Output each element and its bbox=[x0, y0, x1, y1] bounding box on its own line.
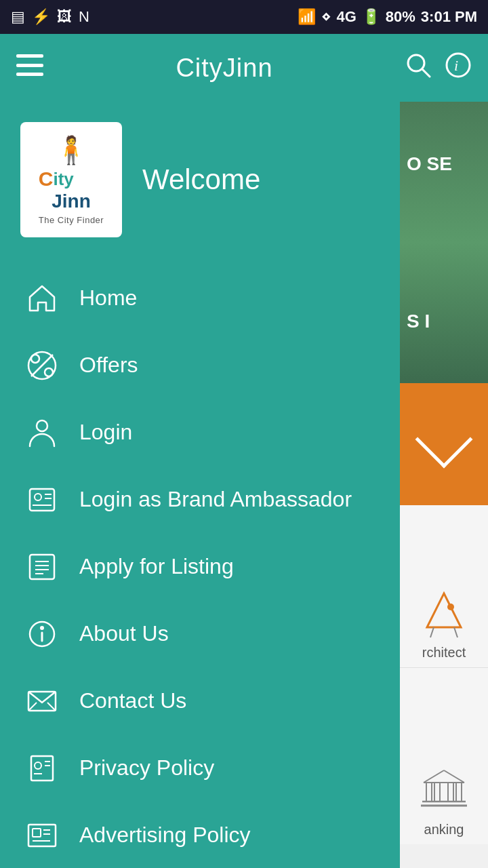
content-peek: O SE S I rchitect bbox=[400, 102, 488, 868]
svg-line-43 bbox=[454, 627, 458, 637]
logo-figure: 🧍 bbox=[39, 134, 104, 166]
svg-line-42 bbox=[430, 627, 434, 637]
svg-rect-0 bbox=[16, 54, 43, 58]
welcome-greeting: Welcome bbox=[142, 163, 260, 196]
svg-rect-12 bbox=[30, 489, 54, 511]
svg-marker-41 bbox=[427, 593, 461, 627]
percent-icon bbox=[23, 347, 60, 384]
clock: 3:01 PM bbox=[421, 8, 477, 26]
sidebar-item-offers[interactable]: Offers bbox=[7, 332, 393, 399]
menu-list: Home Offers bbox=[0, 264, 400, 868]
sidebar-item-about[interactable]: About Us bbox=[7, 600, 393, 667]
peek-card-banking-label: anking bbox=[422, 818, 467, 837]
svg-text:i: i bbox=[454, 57, 458, 74]
architect-icon bbox=[417, 587, 471, 641]
peek-chevron-banner[interactable] bbox=[400, 383, 488, 505]
network-icon: N bbox=[79, 8, 89, 26]
battery-level: 80% bbox=[386, 8, 415, 26]
app-title: CityJinn bbox=[176, 54, 272, 83]
wifi-icon: ⋄ bbox=[321, 8, 331, 26]
sidebar-item-offers-label: Offers bbox=[79, 353, 138, 378]
sidebar-item-brand-ambassador-label: Login as Brand Ambassador bbox=[79, 487, 352, 512]
sidebar-item-privacy[interactable]: Privacy Policy bbox=[7, 734, 393, 802]
home-icon bbox=[23, 279, 60, 317]
sidebar-item-brand-ambassador[interactable]: Login as Brand Ambassador bbox=[7, 466, 393, 533]
logo-tagline: The City Finder bbox=[39, 215, 104, 225]
svg-point-27 bbox=[35, 762, 41, 769]
svg-point-13 bbox=[35, 494, 41, 500]
svg-rect-48 bbox=[426, 783, 432, 802]
peek-text-1: O SE bbox=[407, 153, 452, 175]
battery-icon: 🔋 bbox=[362, 8, 380, 26]
image-icon: 🖼 bbox=[57, 8, 72, 26]
svg-point-24 bbox=[41, 627, 43, 629]
banking-icon bbox=[417, 764, 471, 818]
drawer-container: 🧍 City Jinn The City Finder Welcome bbox=[0, 102, 488, 868]
ad-icon bbox=[23, 816, 60, 854]
status-icons: ▤ ⚡ 🖼 N bbox=[11, 8, 89, 26]
envelope-icon bbox=[23, 682, 60, 719]
usb-icon: ⚡ bbox=[32, 8, 50, 26]
sim-icon: ▤ bbox=[11, 8, 25, 26]
svg-rect-51 bbox=[456, 783, 462, 802]
sidebar-item-contact-label: Contact Us bbox=[79, 688, 186, 713]
svg-rect-50 bbox=[448, 783, 453, 802]
peek-text-2: S I bbox=[407, 311, 430, 332]
sidebar-item-advertising[interactable]: Advertising Policy bbox=[7, 802, 393, 868]
badge-icon bbox=[23, 481, 60, 518]
svg-line-9 bbox=[31, 355, 53, 376]
sidebar-item-home-label: Home bbox=[79, 285, 137, 311]
app-logo: 🧍 City Jinn The City Finder bbox=[20, 122, 122, 237]
person-icon bbox=[23, 414, 60, 451]
logo-city-text: City bbox=[39, 167, 104, 191]
info-circle-icon bbox=[23, 615, 60, 652]
sidebar-item-login-label: Login bbox=[79, 420, 132, 445]
status-right: 📶 ⋄ 4G 🔋 80% 3:01 PM bbox=[298, 8, 477, 26]
svg-line-47 bbox=[444, 770, 464, 783]
sidebar-item-login[interactable]: Login bbox=[7, 399, 393, 466]
toolbar-action-icons: i bbox=[405, 52, 472, 85]
svg-rect-17 bbox=[30, 555, 54, 579]
sidebar-item-advertising-label: Advertising Policy bbox=[79, 823, 251, 848]
sidebar-header: 🧍 City Jinn The City Finder Welcome bbox=[0, 102, 400, 264]
list-icon bbox=[23, 548, 60, 585]
svg-line-46 bbox=[424, 770, 444, 783]
info-button[interactable]: i bbox=[445, 52, 472, 85]
peek-card-banking: anking bbox=[400, 668, 488, 844]
sidebar-item-apply-listing[interactable]: Apply for Listing bbox=[7, 533, 393, 600]
sidebar-item-about-label: About Us bbox=[79, 621, 169, 646]
peek-banner-image: O SE S I bbox=[400, 102, 488, 383]
shield-icon bbox=[23, 749, 60, 787]
svg-line-4 bbox=[422, 69, 430, 77]
sidebar-item-home[interactable]: Home bbox=[7, 264, 393, 332]
menu-button[interactable] bbox=[16, 54, 43, 82]
svg-rect-49 bbox=[434, 783, 440, 802]
volte-label: 4G bbox=[336, 8, 356, 26]
chevron-down-icon bbox=[415, 410, 473, 468]
svg-rect-2 bbox=[16, 73, 43, 76]
sidebar-item-apply-listing-label: Apply for Listing bbox=[79, 554, 234, 579]
svg-rect-1 bbox=[16, 64, 43, 67]
svg-rect-32 bbox=[33, 829, 41, 837]
sidebar-item-contact[interactable]: Contact Us bbox=[7, 667, 393, 734]
svg-rect-26 bbox=[31, 756, 53, 781]
search-button[interactable] bbox=[405, 52, 431, 84]
svg-point-11 bbox=[37, 420, 47, 431]
svg-point-44 bbox=[447, 604, 454, 610]
status-bar: ▤ ⚡ 🖼 N 📶 ⋄ 4G 🔋 80% 3:01 PM bbox=[0, 0, 488, 34]
peek-card-architect-label: rchitect bbox=[420, 641, 468, 660]
sidebar-drawer: 🧍 City Jinn The City Finder Welcome bbox=[0, 102, 400, 868]
peek-card-architect: rchitect bbox=[400, 505, 488, 668]
toolbar: CityJinn i bbox=[0, 34, 488, 102]
logo-jinn-text: Jinn bbox=[39, 191, 104, 212]
signal-bars: 📶 bbox=[298, 8, 316, 26]
sidebar-item-privacy-label: Privacy Policy bbox=[79, 755, 214, 781]
